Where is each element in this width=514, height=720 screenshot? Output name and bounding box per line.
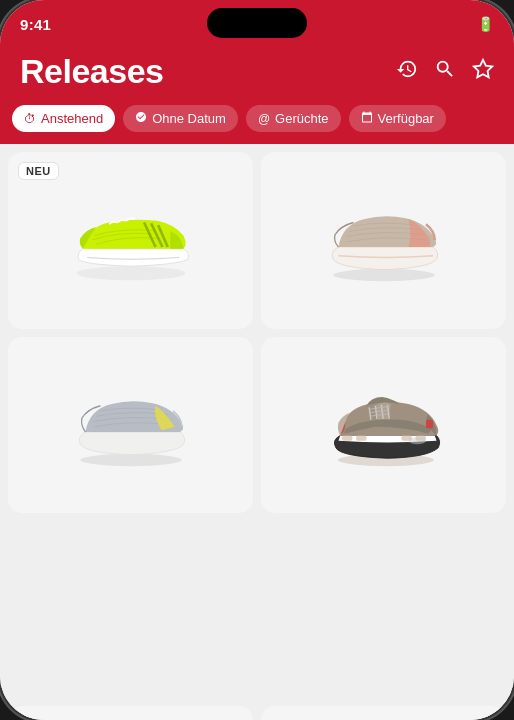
shoe-image-1 [33, 170, 229, 311]
header-top: Releases [20, 52, 494, 91]
shoe-image-4 [286, 354, 482, 495]
shoe-card-3[interactable] [8, 337, 253, 514]
partial-card-left [8, 706, 253, 720]
shoe-grid: NEU [0, 144, 514, 706]
anstehend-icon: ⏱ [24, 112, 36, 126]
svg-rect-6 [356, 435, 367, 440]
svg-point-2 [333, 269, 435, 281]
shoe-card-2[interactable] [261, 152, 506, 329]
shoe-image-2 [286, 170, 482, 311]
status-time: 9:41 [20, 16, 51, 33]
history-icon[interactable] [396, 58, 418, 86]
shoe-card-4[interactable] [261, 337, 506, 514]
svg-rect-5 [342, 435, 353, 440]
filter-tab-verfuegbar[interactable]: Verfügbar [349, 105, 446, 132]
search-icon[interactable] [434, 58, 456, 86]
svg-marker-0 [474, 59, 492, 76]
dynamic-island [207, 8, 307, 38]
svg-rect-9 [426, 420, 433, 429]
partial-card-right [261, 706, 506, 720]
favorite-icon[interactable] [472, 58, 494, 86]
header-actions [396, 58, 494, 86]
phone-frame: 9:41 🔋 Releases [0, 0, 514, 720]
filter-tab-anstehend[interactable]: ⏱ Anstehend [12, 105, 115, 132]
filter-bar: ⏱ Anstehend Ohne Datum @ Gerüchte Verfüg… [0, 105, 514, 144]
filter-tab-geruechte-label: Gerüchte [275, 111, 328, 126]
shoe-card-1[interactable]: NEU [8, 152, 253, 329]
ohne-datum-icon [135, 111, 147, 126]
filter-tab-geruechte[interactable]: @ Gerüchte [246, 105, 341, 132]
geruechte-icon: @ [258, 112, 270, 126]
svg-point-10 [408, 437, 426, 444]
svg-point-3 [80, 454, 182, 466]
filter-tab-verfuegbar-label: Verfügbar [378, 111, 434, 126]
filter-tab-ohne-datum[interactable]: Ohne Datum [123, 105, 238, 132]
battery-icon: 🔋 [477, 16, 494, 32]
status-icons: 🔋 [477, 16, 494, 32]
filter-tab-anstehend-label: Anstehend [41, 111, 103, 126]
header: Releases [0, 44, 514, 105]
page-title: Releases [20, 52, 163, 91]
shoe-image-3 [33, 354, 229, 495]
new-badge: NEU [18, 162, 59, 180]
svg-point-1 [76, 267, 185, 281]
filter-tab-ohne-datum-label: Ohne Datum [152, 111, 226, 126]
partial-row [0, 706, 514, 720]
verfuegbar-icon [361, 111, 373, 126]
